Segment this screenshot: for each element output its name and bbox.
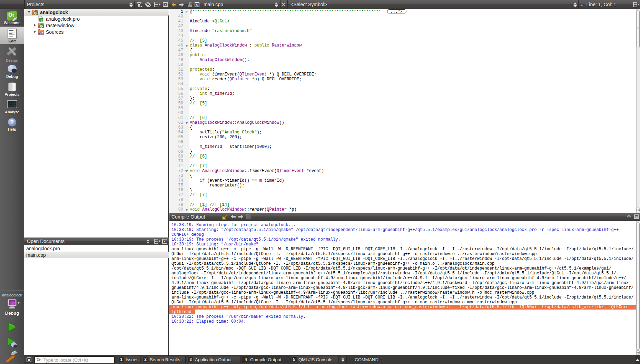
svg-text:Qt: Qt (40, 25, 43, 28)
svg-text:Qt: Qt (34, 12, 37, 15)
svg-text:C++: C++ (39, 32, 43, 34)
svg-text:Qt: Qt (40, 19, 43, 22)
